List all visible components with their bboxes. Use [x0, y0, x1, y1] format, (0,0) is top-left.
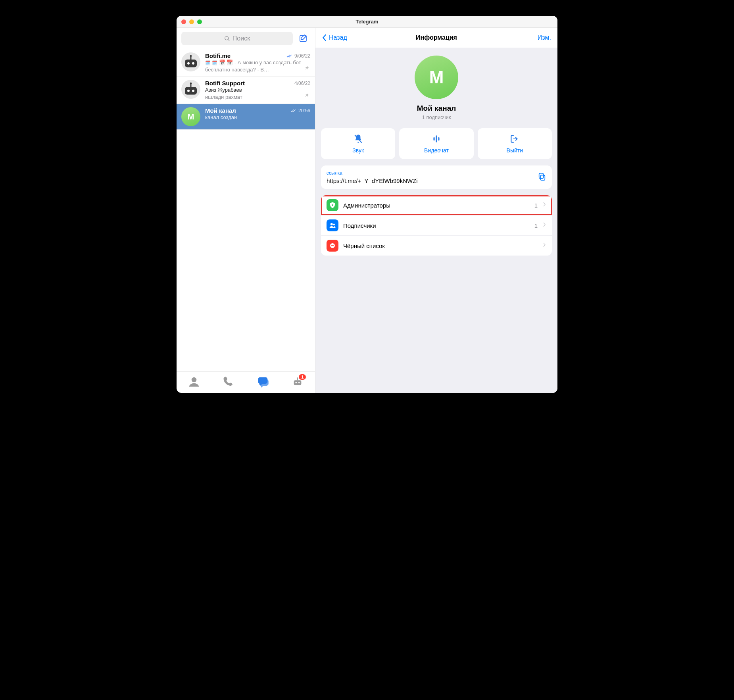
chat-name: Botifi Support [205, 80, 292, 87]
svg-rect-21 [540, 175, 545, 180]
tab-chats[interactable] [257, 376, 269, 389]
invite-link-card[interactable]: ссылка https://t.me/+_Y_dYElWb99kNWZi [321, 165, 552, 189]
read-check-icon [290, 108, 296, 113]
channel-subscribers: 1 подписчик [321, 114, 552, 120]
svg-point-3 [192, 62, 194, 65]
row-label: Администраторы [343, 202, 530, 209]
svg-rect-1 [185, 60, 197, 67]
sidebar: Поиск Botifi.me 9/06/22 [177, 28, 315, 393]
info-header: Назад Информация Изм. [315, 28, 557, 48]
link-caption: ссылка [327, 170, 534, 176]
svg-point-2 [187, 62, 190, 65]
edit-button[interactable]: Изм. [538, 34, 551, 41]
svg-rect-9 [190, 84, 192, 87]
copy-link-button[interactable] [538, 172, 546, 183]
row-count: 1 [534, 202, 538, 209]
leave-icon [509, 134, 520, 144]
manage-card: Администраторы 1 Подписчики 1 [321, 195, 552, 256]
tab-bots[interactable]: 1 [292, 376, 304, 389]
search-input[interactable]: Поиск [181, 32, 293, 45]
svg-rect-12 [294, 380, 302, 385]
block-icon [327, 240, 338, 252]
svg-rect-15 [297, 378, 298, 380]
link-url: https://t.me/+_Y_dYElWb99kNWZi [327, 177, 534, 184]
action-leave[interactable]: Выйти [478, 128, 552, 159]
svg-rect-18 [433, 137, 434, 141]
svg-point-24 [333, 224, 335, 226]
chat-preview: Азиз Журабаев ишлади рахмат [205, 87, 310, 100]
back-label: Назад [329, 34, 347, 41]
chat-time: 9/06/22 [294, 53, 310, 59]
svg-point-13 [296, 382, 297, 383]
chat-item-my-channel[interactable]: M Мой канал 20:56 канал создан [177, 104, 315, 130]
chevron-right-icon [542, 242, 546, 249]
tab-badge: 1 [299, 374, 306, 380]
bottom-tabs: 1 [177, 371, 315, 393]
app-window: Telegram Поиск [177, 16, 557, 393]
row-blacklist[interactable]: Чёрный список [321, 235, 552, 256]
svg-rect-22 [539, 173, 544, 178]
back-button[interactable]: Назад [322, 34, 347, 41]
row-admins[interactable]: Администраторы 1 [321, 195, 552, 215]
chat-name: Мой канал [205, 107, 288, 114]
chat-item-botifime[interactable]: Botifi.me 9/06/22 🗓️ 🗓️ 📅 📅 - А можно у … [177, 49, 315, 77]
channel-avatar: M [181, 107, 200, 126]
window-title: Telegram [177, 19, 557, 25]
people-icon [327, 219, 338, 231]
pin-icon [304, 65, 309, 72]
chat-list: Botifi.me 9/06/22 🗓️ 🗓️ 📅 📅 - А можно у … [177, 49, 315, 371]
info-title: Информация [315, 34, 557, 41]
pin-icon [304, 93, 309, 100]
row-count: 1 [534, 222, 538, 229]
action-videochat[interactable]: Видеочат [399, 128, 473, 159]
svg-rect-19 [436, 135, 437, 142]
action-label: Выйти [507, 147, 523, 154]
chevron-right-icon [542, 202, 546, 209]
chat-item-botifisupport[interactable]: Botifi Support 4/06/22 Азиз Журабаев ишл… [177, 77, 315, 104]
tab-contacts[interactable] [188, 376, 200, 389]
titlebar: Telegram [177, 16, 557, 28]
info-panel: Назад Информация Изм. M Мой канал 1 подп… [315, 28, 557, 393]
compose-button[interactable] [297, 32, 310, 45]
svg-rect-4 [190, 57, 192, 60]
row-label: Подписчики [343, 222, 530, 229]
search-placeholder: Поиск [232, 35, 250, 42]
search-icon [224, 36, 230, 42]
svg-point-7 [187, 90, 190, 92]
svg-rect-6 [185, 87, 197, 95]
action-label: Видеочат [424, 147, 449, 154]
chat-time: 4/06/22 [294, 81, 310, 86]
chat-preview: канал создан [205, 114, 310, 121]
bot-avatar-icon [181, 80, 200, 99]
voicechat-icon [431, 134, 442, 144]
read-check-icon [286, 53, 292, 59]
chat-preview: 🗓️ 🗓️ 📅 📅 - А можно у вас создать бот бе… [205, 59, 310, 73]
mute-icon [353, 134, 363, 144]
action-label: Звук [352, 147, 364, 154]
svg-rect-26 [331, 245, 334, 246]
action-sound[interactable]: Звук [321, 128, 395, 159]
channel-profile: M Мой канал 1 подписчик [321, 56, 552, 120]
chevron-right-icon [542, 222, 546, 229]
svg-point-8 [192, 90, 194, 92]
chat-name: Botifi.me [205, 52, 284, 59]
svg-point-5 [190, 55, 192, 57]
action-row: Звук Видеочат Выйти [321, 128, 552, 159]
row-label: Чёрный список [343, 242, 533, 249]
shield-icon [327, 199, 338, 211]
svg-point-23 [330, 223, 333, 225]
row-subscribers[interactable]: Подписчики 1 [321, 215, 552, 235]
channel-avatar-large[interactable]: M [415, 56, 458, 99]
channel-name: Мой канал [321, 104, 552, 113]
svg-point-16 [297, 377, 298, 379]
svg-point-14 [298, 382, 300, 383]
svg-point-10 [190, 83, 192, 85]
chat-time: 20:56 [298, 108, 310, 113]
svg-rect-20 [438, 137, 439, 141]
tab-calls[interactable] [223, 376, 234, 389]
svg-point-11 [191, 377, 196, 382]
bot-avatar-icon [181, 52, 200, 71]
